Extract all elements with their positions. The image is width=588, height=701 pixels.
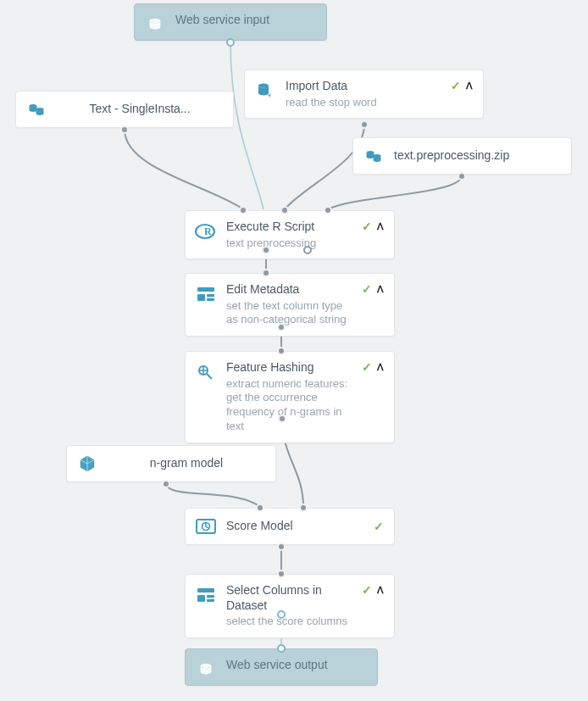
svg-point-19 (201, 664, 212, 669)
collapse-chevron-icon[interactable]: ᐱ (377, 362, 384, 373)
node-title: text.preprocessing.zip (394, 148, 561, 164)
node-text-preprocessing-zip[interactable]: text.preprocessing.zip (352, 137, 572, 175)
score-model-icon (194, 515, 218, 538)
svg-rect-15 (197, 588, 214, 593)
node-ngram-model[interactable]: n-gram model (66, 445, 276, 482)
svg-rect-18 (207, 599, 214, 602)
port-import-data-out[interactable] (360, 120, 369, 129)
svg-rect-16 (197, 595, 205, 602)
node-select-columns[interactable]: Select Columns in Dataset select the sco… (185, 574, 395, 638)
node-title: Edit Metadata (226, 282, 355, 298)
svg-point-3 (36, 108, 44, 111)
collapse-chevron-icon[interactable]: ᐱ (377, 585, 384, 596)
collapse-chevron-icon[interactable]: ᐱ (377, 221, 384, 232)
collapse-chevron-icon[interactable]: ᐱ (377, 284, 384, 295)
node-execute-r-script[interactable]: R Execute R Script text preprocessing ✓ … (185, 210, 395, 259)
port-feathash-out[interactable] (278, 414, 286, 423)
node-feature-hashing[interactable]: Feature Hashing extract numeric features… (185, 351, 395, 443)
node-title: n-gram model (108, 456, 265, 471)
port-score-in2[interactable] (299, 503, 308, 512)
node-title: Import Data (286, 79, 444, 94)
status-check-icon: ✓ (362, 583, 372, 597)
svg-point-1 (258, 84, 269, 88)
svg-rect-11 (207, 298, 214, 301)
port-text-single-out[interactable] (120, 125, 129, 134)
node-subtitle: set the text column type as non-categori… (226, 299, 355, 328)
edit-metadata-icon (194, 282, 218, 306)
svg-point-2 (30, 104, 37, 108)
svg-text:R: R (204, 225, 212, 237)
node-title: Feature Hashing (226, 360, 355, 376)
node-subtitle: select the score columns (226, 615, 355, 629)
node-subtitle: extract numeric features: get the occurr… (226, 377, 355, 435)
port-editmeta-out[interactable] (277, 323, 286, 331)
collapse-chevron-icon[interactable]: ᐱ (466, 81, 473, 92)
port-execr-in1[interactable] (239, 206, 247, 214)
svg-point-5 (374, 154, 381, 158)
node-title: Web service input (175, 13, 316, 28)
node-title: Score Model (226, 519, 367, 534)
web-output-icon (194, 658, 218, 682)
status-check-icon: ✓ (451, 79, 461, 92)
node-title: Select Columns in Dataset (226, 583, 355, 613)
node-edit-metadata[interactable]: Edit Metadata set the text column type a… (185, 273, 395, 337)
status-check-icon: ✓ (362, 220, 372, 233)
svg-point-4 (367, 151, 374, 154)
port-execr-out1[interactable] (262, 246, 270, 254)
model-cube-icon (75, 452, 99, 476)
status-check-icon: ✓ (362, 360, 372, 374)
node-score-model[interactable]: Score Model ✓ (185, 508, 395, 545)
port-score-out[interactable] (277, 542, 286, 551)
port-web-output-in[interactable] (277, 644, 286, 653)
node-web-service-output[interactable]: Web service output (185, 648, 378, 686)
node-web-service-input[interactable]: Web service input (134, 3, 327, 41)
port-zip-out[interactable] (458, 172, 466, 181)
port-selectcols-in[interactable] (277, 570, 286, 578)
svg-rect-17 (207, 595, 214, 598)
port-editmeta-in[interactable] (262, 269, 270, 277)
r-script-icon: R (194, 220, 218, 243)
database-download-icon (253, 79, 277, 103)
port-web-input-out[interactable] (226, 38, 235, 47)
port-selectcols-out-ws[interactable] (277, 610, 286, 619)
select-columns-icon (194, 583, 218, 607)
web-input-icon (143, 13, 167, 36)
port-execr-in3[interactable] (324, 206, 332, 214)
port-feathash-in[interactable] (277, 347, 286, 355)
port-ngram-out[interactable] (162, 480, 170, 488)
node-import-data[interactable]: Import Data read the stop word ✓ ᐱ (244, 70, 484, 119)
svg-rect-9 (197, 294, 205, 301)
zip-dataset-icon (362, 144, 386, 168)
node-title: Execute R Script (226, 220, 355, 235)
node-subtitle: text preprocessing (226, 236, 355, 251)
port-score-in1[interactable] (256, 503, 264, 512)
node-title: Text - SingleInsta... (57, 102, 223, 117)
status-check-icon: ✓ (374, 520, 384, 533)
dataset-icon (25, 97, 48, 121)
port-execr-in2[interactable] (280, 206, 289, 214)
svg-rect-10 (207, 294, 214, 297)
feature-hashing-icon (194, 360, 218, 384)
node-subtitle: read the stop word (286, 96, 444, 110)
port-execr-out2[interactable] (303, 246, 312, 254)
node-text-singleinstance[interactable]: Text - SingleInsta... (15, 91, 234, 128)
node-title: Web service output (226, 658, 367, 673)
svg-point-0 (150, 19, 161, 24)
status-check-icon: ✓ (362, 282, 372, 296)
svg-rect-8 (197, 287, 214, 292)
